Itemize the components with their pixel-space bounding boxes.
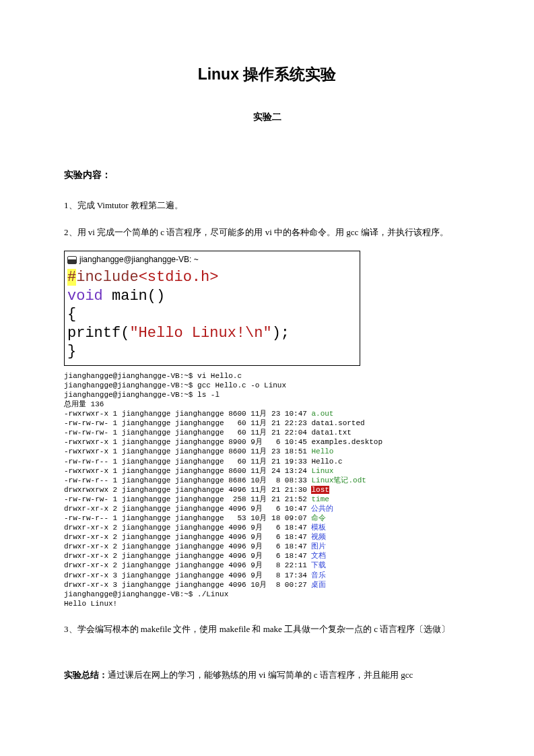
file-cmd: 命令 xyxy=(311,514,326,522)
document-subtitle: 实验二 xyxy=(64,108,470,125)
term-line: -rwxrwxr-x 1 jianghangge jianghangge 860… xyxy=(64,447,311,455)
term-line: drwxr-xr-x 2 jianghangge jianghangge 409… xyxy=(64,533,311,541)
term-line: jianghangge@jianghangge-VB:~$ ./Linux xyxy=(64,590,228,598)
document-title: Linux 操作系统实验 xyxy=(64,61,470,88)
term-line: -rw-rw-rw- 1 jianghangge jianghangge 60 … xyxy=(64,419,365,427)
term-line: -rw-rw-rw- 1 jianghangge jianghangge 258… xyxy=(64,495,311,503)
dir-music: 音乐 xyxy=(311,571,326,579)
terminal-icon xyxy=(67,256,77,264)
term-line: -rwxrwxr-x 1 jianghangge jianghangge 860… xyxy=(64,467,311,475)
term-line: jianghangge@jianghangge-VB:~$ ls -l xyxy=(64,391,220,399)
term-line: drwxr-xr-x 2 jianghangge jianghangge 409… xyxy=(64,524,311,532)
term-line: drwxr-xr-x 2 jianghangge jianghangge 409… xyxy=(64,552,311,560)
code-main: main() xyxy=(103,288,165,305)
term-line: -rw-rw-r-- 1 jianghangge jianghangge 53 … xyxy=(64,514,311,522)
term-line: -rwxrwxr-x 1 jianghangge jianghangge 890… xyxy=(64,438,382,446)
code-printf: printf( xyxy=(67,325,129,342)
code-brace-open: { xyxy=(67,306,76,323)
summary-label: 实验总结： xyxy=(64,670,108,680)
item-2: 2、用 vi 完成一个简单的 c 语言程序，尽可能多的用 vi 中的各种命令。用… xyxy=(64,224,470,241)
code-paren: ); xyxy=(272,325,290,342)
dir-download: 下载 xyxy=(311,561,326,569)
term-line: 总用量 136 xyxy=(64,400,104,408)
term-line: -rw-rw-r-- 1 jianghangge jianghangge 868… xyxy=(64,476,311,484)
dir-desktop: 桌面 xyxy=(311,581,326,589)
code-window-title: jianghangge@jianghangge-VB: ~ xyxy=(79,253,199,267)
code-window: jianghangge@jianghangge-VB: ~ #include<s… xyxy=(64,251,360,366)
term-line: drwxr-xr-x 2 jianghangge jianghangge 409… xyxy=(64,542,311,550)
item-1: 1、完成 Vimtutor 教程第二遍。 xyxy=(64,197,470,214)
section-content-heading: 实验内容： xyxy=(64,166,470,183)
code-window-titlebar: jianghangge@jianghangge-VB: ~ xyxy=(67,253,356,267)
term-line: jianghangge@jianghangge-VB:~$ vi Hello.c xyxy=(64,372,242,380)
term-line: drwxr-xr-x 3 jianghangge jianghangge 409… xyxy=(64,581,311,589)
code-body: #include<stdio.h> void main() { printf("… xyxy=(67,268,356,361)
dir-template: 模板 xyxy=(311,524,326,532)
dir-doc: 文档 xyxy=(311,552,326,560)
term-line: drwxr-xr-x 2 jianghangge jianghangge 409… xyxy=(64,505,311,513)
code-hash: # xyxy=(67,269,76,286)
file-odt: Linux笔记.odt xyxy=(311,476,366,484)
term-line: Hello Linux! xyxy=(64,600,117,608)
term-line: -rwxrwxr-x 1 jianghangge jianghangge 860… xyxy=(64,410,311,418)
dir-pic: 图片 xyxy=(311,542,326,550)
summary: 实验总结：通过课后在网上的学习，能够熟练的用 vi 编写简单的 c 语言程序，并… xyxy=(64,666,470,684)
term-line: drwxr-xr-x 3 jianghangge jianghangge 409… xyxy=(64,571,311,579)
code-string: "Hello Linux!\n" xyxy=(129,325,271,342)
term-line: -rw-rw-r-- 1 jianghangge jianghangge 60 … xyxy=(64,458,343,466)
code-void: void xyxy=(67,288,103,305)
file-aout: a.out xyxy=(311,410,333,418)
dir-video: 视频 xyxy=(311,533,326,541)
dir-public: 公共的 xyxy=(311,505,333,513)
summary-text: 通过课后在网上的学习，能够熟练的用 vi 编写简单的 c 语言程序，并且能用 g… xyxy=(108,670,413,680)
item-3: 3、学会编写根本的 makefile 文件，使用 makefile 和 make… xyxy=(64,621,470,638)
code-include: include xyxy=(76,269,138,286)
file-hello: Hello xyxy=(311,447,333,455)
dir-lost: lost xyxy=(311,486,329,494)
term-line: -rw-rw-rw- 1 jianghangge jianghangge 60 … xyxy=(64,429,352,437)
code-header: <stdio.h> xyxy=(139,269,219,286)
term-line: jianghangge@jianghangge-VB:~$ gcc Hello.… xyxy=(64,381,286,389)
term-line: drwxr-xr-x 2 jianghangge jianghangge 409… xyxy=(64,561,311,569)
file-linux: Linux xyxy=(311,467,333,475)
code-brace-close: } xyxy=(67,343,76,360)
term-line: drwxrwxrwx 2 jianghangge jianghangge 409… xyxy=(64,486,311,494)
terminal-output: jianghangge@jianghangge-VB:~$ vi Hello.c… xyxy=(64,371,470,608)
file-time: time xyxy=(311,495,329,503)
